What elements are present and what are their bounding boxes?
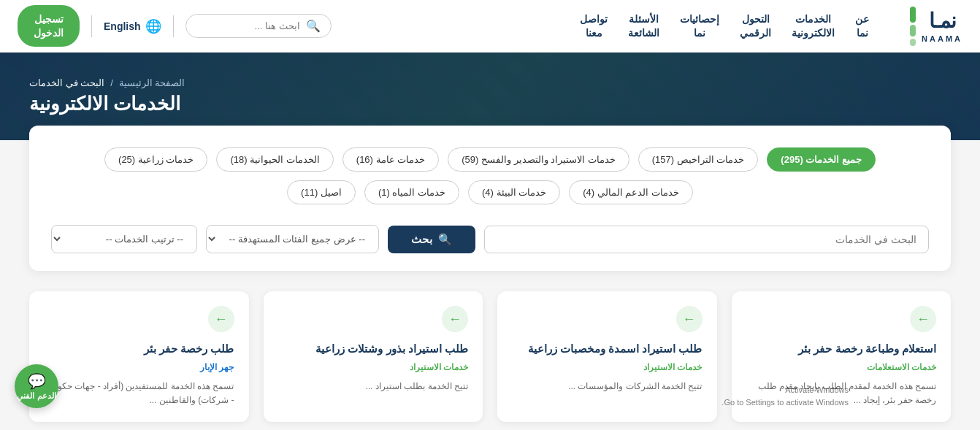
breadcrumb-separator: / [110,77,113,88]
logo-icon [910,7,916,46]
category-tag-general[interactable]: خدمات عامة (16) [342,147,439,172]
category-tag-animal[interactable]: الخدمات الحيوانية (18) [216,147,333,172]
card-category-4: جهر الإبار [44,362,234,372]
service-card-2: ← طلب استيراد اسمدة ومخصبات زراعية خدمات… [497,291,717,422]
card-arrow-3[interactable]: ← [442,306,468,332]
card-arrow-1[interactable]: ← [910,306,936,332]
service-card-3: ← طلب استيراد بذور وشتلات زراعية خدمات ا… [264,291,483,422]
card-arrow-2[interactable]: ← [676,306,703,332]
category-tag-env[interactable]: خدمات البيئة (4) [468,180,560,204]
nav-contact[interactable]: تواصل معنا [580,12,608,39]
logo-text: نمـا [929,9,956,33]
card-title-1: استعلام وطباعة رخصة حفر بئر [746,341,937,356]
category-tag-finance[interactable]: خدمات الدعم المالي (4) [569,180,693,204]
category-tag-all[interactable]: جميع الخدمات (295) [767,147,876,172]
service-card-4: ← طلب رخصة حفر بئر جهر الإبار تسمح هذه ا… [29,291,249,422]
lang-label: English [104,20,141,32]
header-search-box: 🔍 [185,14,332,38]
login-button[interactable]: تسجيل الدخول [18,5,80,46]
logo-area[interactable]: نمـا NAAMA [910,7,962,46]
category-tag-aseel[interactable]: اصيل (11) [287,180,356,204]
support-label: الدعم الفني [17,391,55,401]
divider2 [91,15,92,37]
nav-eservices[interactable]: الخدمات الالكترونية [792,12,835,39]
card-title-2: طلب استيراد اسمدة ومخصبات زراعية [512,341,703,356]
filter-card: جميع الخدمات (295) خدمات التراخيص (157) … [29,126,951,271]
target-dropdown[interactable]: -- عرض جميع الفئات المستهدفة --أفرادشركا… [206,225,379,253]
card-category-1: خدمات الاستعلامات [746,362,937,372]
search-button[interactable]: 🔍 بحث [388,226,475,253]
support-fab[interactable]: 💬 الدعم الفني [15,364,58,408]
card-desc-3: تتيح الخدمة بطلب استيراد ... [278,380,469,393]
header-search-input[interactable] [196,20,300,31]
header-right: 🔍 🌐 English تسجيل الدخول [18,5,332,46]
watermark-line1: Activate Windows [721,384,849,396]
card-arrow-4[interactable]: ← [208,306,234,332]
category-tag-import[interactable]: خدمات الاستيراد والتصدير والفسح (59) [448,147,629,172]
windows-watermark: Activate Windows Go to Settings to activ… [721,384,849,408]
service-search-input[interactable] [484,226,929,253]
category-tag-water[interactable]: خدمات المياه (1) [364,180,459,204]
category-tag-licenses[interactable]: خدمات التراخيص (157) [638,147,759,172]
card-category-2: خدمات الاستيراد [512,362,703,372]
search-btn-label: بحث [411,233,432,246]
category-tag-agri[interactable]: خدمات زراعية (25) [104,147,207,172]
divider [173,15,174,37]
header: نمـا NAAMA عن نما الخدمات الالكترونية ال… [0,0,980,53]
search-row: 🔍 بحث -- عرض جميع الفئات المستهدفة --أفر… [51,225,929,253]
watermark-line2: Go to Settings to activate Windows. [721,396,849,409]
breadcrumb: الصفحة الرئيسية / البحث في الخدمات [29,77,185,88]
card-desc-4: تسمح هذه الخدمة للمستفيدين (أفراد - جهات… [44,380,234,407]
language-button[interactable]: 🌐 English [104,18,161,34]
sort-dropdown[interactable]: -- ترتيب الخدمات --الأحدثالأقدمالأكثر اس… [51,225,197,253]
search-icon: 🔍 [306,19,321,33]
breadcrumb-current: البحث في الخدمات [29,77,104,88]
breadcrumb-home[interactable]: الصفحة الرئيسية [119,77,185,88]
support-icon: 💬 [28,372,46,390]
nav-stats[interactable]: إحصائيات نما [680,12,719,39]
card-category-3: خدمات الاستيراد [278,362,469,372]
card-title-4: طلب رخصة حفر بئر [44,341,234,356]
card-desc-2: تتيح الخدمة الشركات والمؤسسات ... [512,380,703,393]
card-title-3: طلب استيراد بذور وشتلات زراعية [278,341,469,356]
search-btn-icon: 🔍 [438,233,452,246]
globe-icon: 🌐 [145,18,161,34]
page-title: الخدمات الالكترونية [29,93,180,115]
nav-faq[interactable]: الأسئلة الشائعة [628,12,659,39]
category-tags: جميع الخدمات (295) خدمات التراخيص (157) … [51,147,929,204]
header-left: نمـا NAAMA عن نما الخدمات الالكترونية ال… [580,7,962,46]
nav-about[interactable]: عن نما [855,12,869,39]
logo-naama: NAAMA [922,34,962,43]
nav-digital[interactable]: التحول الرقمي [740,12,771,39]
main-nav: عن نما الخدمات الالكترونية التحول الرقمي… [580,12,869,39]
